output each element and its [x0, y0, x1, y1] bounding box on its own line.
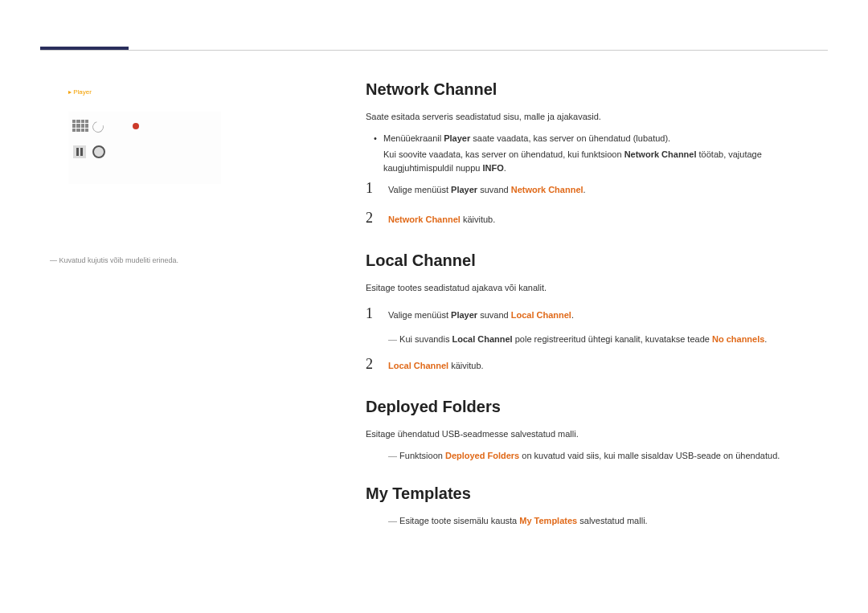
nc-step-1: 1 Valige menüüst Player suvand Network C…	[366, 178, 824, 199]
moon-icon	[90, 119, 105, 134]
step-number: 1	[366, 178, 388, 199]
sidebar-disclaimer: ― Kuvatud kujutis võib mudeliti erineda.	[50, 256, 257, 264]
player-preview-thumbnail	[68, 112, 221, 184]
lc-note: Kui suvandis Local Channel pole registre…	[388, 333, 824, 346]
step-number: 2	[366, 207, 388, 229]
step-number: 2	[366, 353, 388, 375]
clock-icon	[92, 145, 105, 158]
pin-icon	[133, 123, 139, 129]
lc-step-1: 1 Valige menüüst Player suvand Local Cha…	[366, 303, 824, 325]
nc-intro: Saate esitada serveris seadistatud sisu,…	[366, 110, 824, 124]
df-note: Funktsioon Deployed Folders on kuvatud v…	[388, 449, 824, 463]
nc-bullet-2: Kui soovite vaadata, kas server on ühend…	[383, 148, 824, 174]
section-title-local-channel: Local Channel	[366, 251, 824, 270]
main-content: Network Channel Saate esitada serveris s…	[366, 80, 824, 536]
nc-bullet-1: Menüüekraanil Player saate vaadata, kas …	[383, 132, 824, 145]
step-number: 1	[366, 303, 388, 325]
lc-step-2: 2 Local Channel käivitub.	[366, 353, 824, 375]
section-title-deployed-folders: Deployed Folders	[366, 398, 824, 416]
section-title-my-templates: My Templates	[366, 484, 824, 503]
section-title-network-channel: Network Channel	[366, 80, 824, 99]
lc-intro: Esitage tootes seadistatud ajakava või k…	[366, 281, 824, 295]
header-divider	[40, 50, 828, 51]
sidebar: Player ― Kuvatud kujutis võib mudeliti e…	[48, 88, 257, 264]
grid-icon	[72, 120, 88, 136]
pause-icon	[73, 145, 86, 158]
df-intro: Esitage ühendatud USB-seadmesse salvesta…	[366, 427, 824, 441]
nc-step-2: 2 Network Channel käivitub.	[366, 207, 824, 229]
player-mode-label: Player	[68, 88, 257, 96]
mt-note: Esitage toote sisemälu kausta My Templat…	[388, 514, 824, 528]
